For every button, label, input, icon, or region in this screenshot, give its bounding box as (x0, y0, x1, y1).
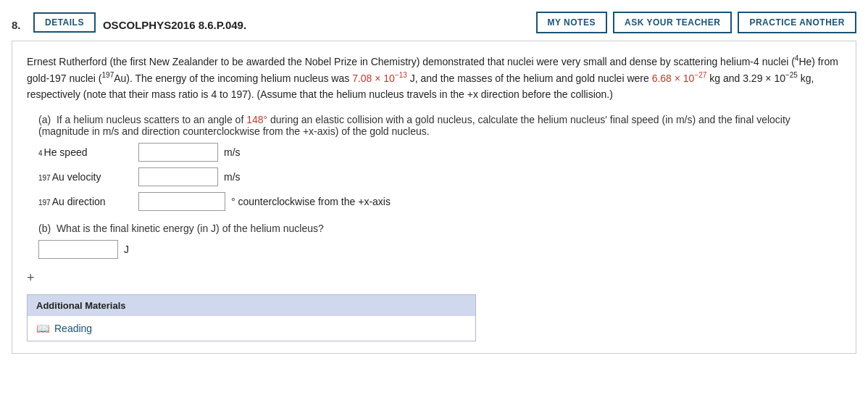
au-velocity-sup: 197 (38, 174, 51, 182)
header-left: 8. DETAILS OSCOLPHYS2016 8.6.P.049. (12, 12, 246, 33)
part-a-label: (a) If a helium nucleus scatters to an a… (38, 114, 841, 137)
he-speed-row: 4He speed m/s (38, 143, 841, 162)
reading-label: Reading (54, 323, 92, 334)
question-number: 8. (12, 14, 26, 31)
mass1-value: 6.68 × 10−27 (652, 72, 707, 84)
au-velocity-row: 197Au velocity m/s (38, 167, 841, 186)
reading-icon: 📖 (36, 322, 50, 335)
page-wrapper: 8. DETAILS OSCOLPHYS2016 8.6.P.049. MY N… (0, 0, 868, 398)
he-speed-unit: m/s (224, 146, 241, 158)
au-velocity-input[interactable] (138, 167, 218, 186)
part-a-section: (a) If a helium nucleus scatters to an a… (27, 114, 841, 211)
problem-text: Ernest Rutherford (the first New Zealand… (27, 53, 841, 102)
angle-value: 148° (246, 114, 267, 125)
part-b-letter: (b) (38, 223, 51, 234)
additional-materials: Additional Materials 📖 Reading (27, 294, 476, 341)
additional-materials-body: 📖 Reading (28, 316, 475, 341)
energy-value: 7.08 × 10−13 (352, 72, 407, 84)
top-buttons: MY NOTES ASK YOUR TEACHER PRACTICE ANOTH… (536, 12, 857, 33)
header-row: 8. DETAILS OSCOLPHYS2016 8.6.P.049. MY N… (12, 12, 856, 33)
details-button[interactable]: DETAILS (33, 12, 96, 33)
au-velocity-unit: m/s (224, 171, 241, 183)
au-direction-unit: ° counterclockwise from the +x-axis (231, 196, 391, 207)
part-b-input-row: J (38, 240, 841, 259)
my-notes-button[interactable]: MY NOTES (536, 12, 607, 33)
part-b-label: (b) What is the final kinetic energy (in… (38, 223, 841, 234)
reading-link[interactable]: 📖 Reading (36, 322, 467, 335)
content-box: Ernest Rutherford (the first New Zealand… (12, 41, 856, 354)
part-b-section: (b) What is the final kinetic energy (in… (27, 223, 841, 259)
question-id: OSCOLPHYS2016 8.6.P.049. (103, 14, 246, 31)
au-direction-sup: 197 (38, 199, 51, 207)
he-speed-input[interactable] (138, 143, 218, 162)
practice-another-button[interactable]: PRACTICE ANOTHER (738, 12, 856, 33)
additional-materials-header: Additional Materials (28, 295, 475, 316)
plus-icon[interactable]: + (27, 270, 841, 286)
au-velocity-label: 197Au velocity (38, 171, 133, 183)
au-direction-label: 197Au direction (38, 196, 133, 207)
he-sup: 4 (38, 149, 43, 157)
part-b-input[interactable] (38, 240, 118, 259)
he-speed-label: 4He speed (38, 146, 133, 158)
part-b-unit: J (124, 244, 129, 255)
au-direction-row: 197Au direction ° counterclockwise from … (38, 192, 841, 211)
part-a-letter: (a) (38, 114, 51, 125)
ask-teacher-button[interactable]: ASK YOUR TEACHER (613, 12, 732, 33)
au-direction-input[interactable] (138, 192, 225, 211)
